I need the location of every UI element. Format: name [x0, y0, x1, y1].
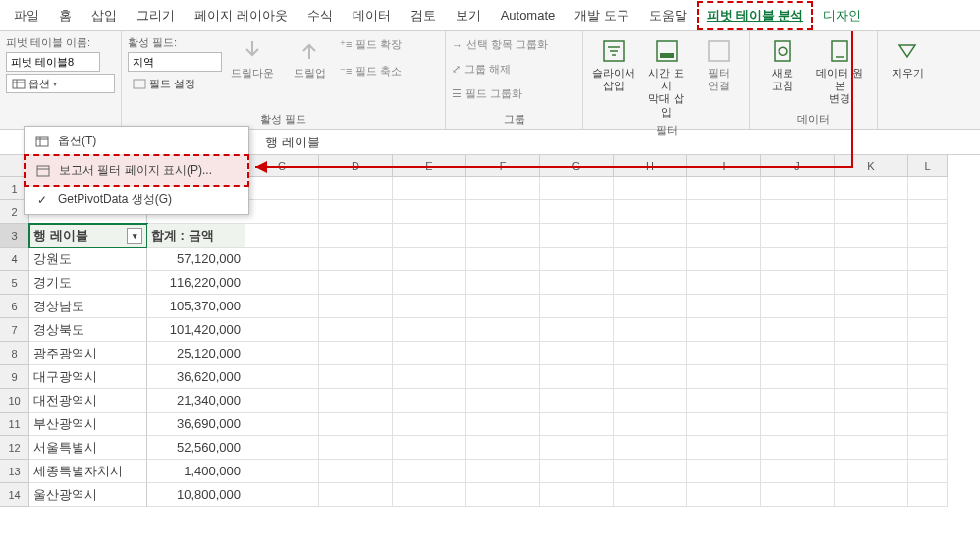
value-cell[interactable]: 25,120,000 [147, 342, 245, 365]
drilldown-icon [239, 37, 266, 65]
timeline-button[interactable]: 시간 표시 막대 삽입 [642, 35, 691, 121]
row-header-7[interactable]: 7 [0, 318, 29, 342]
dd-getpivotdata[interactable]: ✓ GetPivotData 생성(G) [25, 186, 248, 214]
region-cell[interactable]: 서울특별시 [29, 436, 147, 460]
menu-automate[interactable]: Automate [491, 2, 566, 28]
slicer-icon [600, 37, 627, 65]
col-header-I[interactable]: I [687, 155, 761, 177]
menu-data[interactable]: 데이터 [343, 1, 401, 30]
col-header-D[interactable]: D [319, 155, 393, 177]
table-row: 울산광역시 10,800,000 [29, 483, 980, 507]
col-header-F[interactable]: F [466, 155, 540, 177]
dd-getpivotdata-label: GetPivotData 생성(G) [58, 192, 172, 208]
svg-rect-13 [37, 166, 49, 176]
value-cell[interactable]: 1,400,000 [147, 460, 245, 483]
menu-file[interactable]: 파일 [4, 1, 49, 30]
menu-developer[interactable]: 개발 도구 [565, 1, 639, 30]
filter-conn-label: 필터 연결 [708, 67, 730, 92]
menu-draw[interactable]: 그리기 [127, 1, 185, 30]
dd-report-filter-pages[interactable]: 보고서 필터 페이지 표시(P)... [24, 154, 249, 187]
region-cell[interactable]: 세종특별자치시 [29, 460, 147, 483]
value-cell[interactable]: 57,120,000 [147, 248, 245, 271]
col-header-K[interactable]: K [835, 155, 908, 177]
menu-home[interactable]: 홈 [49, 1, 82, 30]
col-header-L[interactable]: L [908, 155, 948, 177]
row-header-12[interactable]: 12 [0, 436, 29, 460]
change-source-icon [826, 37, 853, 65]
options-dropdown-menu: 옵션(T) 보고서 필터 페이지 표시(P)... ✓ GetPivotData… [24, 126, 249, 215]
value-cell[interactable]: 10,800,000 [147, 483, 245, 507]
row-header-3[interactable]: 3 [0, 224, 29, 248]
value-cell[interactable]: 116,220,000 [147, 271, 245, 295]
col-header-J[interactable]: J [761, 155, 835, 177]
refresh-button[interactable]: 새로 고침 [756, 35, 809, 94]
field-collapse-button[interactable]: ⁻≡ 필드 축소 [340, 62, 402, 81]
menu-pivot-analyze[interactable]: 피벗 테이블 분석 [697, 1, 813, 30]
row-label-header-cell[interactable]: 행 레이블 ▾ [29, 224, 147, 248]
dd-options[interactable]: 옵션(T) [25, 127, 248, 155]
value-cell[interactable]: 105,370,000 [147, 295, 245, 318]
svg-rect-8 [775, 41, 790, 61]
value-cell[interactable]: 36,620,000 [147, 365, 245, 389]
region-cell[interactable]: 광주광역시 [29, 342, 147, 365]
value-cell[interactable]: 52,560,000 [147, 436, 245, 460]
col-header-C[interactable]: C [245, 155, 319, 177]
filter-conn-button[interactable]: 필터 연결 [694, 35, 743, 94]
col-header-H[interactable]: H [614, 155, 687, 177]
row-header-10[interactable]: 10 [0, 389, 29, 413]
row-header-11[interactable]: 11 [0, 413, 29, 436]
menu-insert[interactable]: 삽입 [82, 1, 127, 30]
pivot-name-input[interactable] [6, 52, 100, 72]
region-cell[interactable]: 경상남도 [29, 295, 147, 318]
table-row: 경상북도 101,420,000 [29, 318, 980, 342]
field-settings-button[interactable]: 필드 설정 [128, 74, 222, 93]
table-row: 경상남도 105,370,000 [29, 295, 980, 318]
col-header-G[interactable]: G [540, 155, 614, 177]
slicer-button[interactable]: 슬라이서 삽입 [589, 35, 638, 94]
row-header-8[interactable]: 8 [0, 342, 29, 365]
menu-review[interactable]: 검토 [401, 1, 446, 30]
region-cell[interactable]: 부산광역시 [29, 413, 147, 436]
row-header-6[interactable]: 6 [0, 295, 29, 318]
region-cell[interactable]: 경상북도 [29, 318, 147, 342]
region-cell[interactable]: 대구광역시 [29, 365, 147, 389]
menu-formulas[interactable]: 수식 [298, 1, 343, 30]
drilldown-button[interactable]: 드릴다운 [226, 35, 279, 82]
menu-page-layout[interactable]: 페이지 레이아웃 [185, 1, 298, 30]
value-cell[interactable]: 21,340,000 [147, 389, 245, 413]
clear-button[interactable]: 지우기 [884, 35, 931, 82]
field-expand-button[interactable]: ⁺≡ 필드 확장 [340, 35, 402, 54]
change-source-button[interactable]: 데이터 원본 변경 [813, 35, 866, 108]
table-icon [34, 134, 50, 149]
region-cell[interactable]: 대전광역시 [29, 389, 147, 413]
ungroup-button[interactable]: ⤢ 그룹 해제 [452, 60, 511, 79]
pivot-options-button[interactable]: 옵션 ▾ [6, 74, 115, 93]
timeline-icon [653, 37, 681, 65]
active-field-input[interactable] [128, 52, 222, 72]
col-header-E[interactable]: E [393, 155, 466, 177]
region-cell[interactable]: 강원도 [29, 248, 147, 271]
menu-help[interactable]: 도움말 [639, 1, 697, 30]
drillup-button[interactable]: 드릴업 [283, 35, 336, 82]
value-cell[interactable]: 101,420,000 [147, 318, 245, 342]
field-group-button[interactable]: ☰ 필드 그룹화 [452, 84, 522, 103]
row-header-14[interactable]: 14 [0, 483, 29, 507]
table-row: 대구광역시 36,620,000 [29, 365, 980, 389]
formula-bar-content[interactable]: 행 레이블 [255, 130, 980, 154]
table-row: 대전광역시 21,340,000 [29, 389, 980, 413]
value-cell[interactable]: 36,690,000 [147, 413, 245, 436]
row-header-5[interactable]: 5 [0, 271, 29, 295]
row-header-13[interactable]: 13 [0, 460, 29, 483]
region-cell[interactable]: 경기도 [29, 271, 147, 295]
menu-view[interactable]: 보기 [446, 1, 491, 30]
group-selection-button[interactable]: → 선택 항목 그룹화 [452, 35, 548, 54]
dd-options-label: 옵션(T) [58, 133, 96, 149]
row-header-9[interactable]: 9 [0, 365, 29, 389]
menu-design[interactable]: 디자인 [813, 1, 871, 30]
value-header-cell[interactable]: 합계 : 금액 [147, 224, 245, 248]
region-cell[interactable]: 울산광역시 [29, 483, 147, 507]
row-label-filter-button[interactable]: ▾ [127, 228, 142, 244]
group-group-label: 그룹 [452, 110, 576, 127]
row-header-4[interactable]: 4 [0, 248, 29, 271]
dd-report-filter-label: 보고서 필터 페이지 표시(P)... [59, 162, 212, 179]
